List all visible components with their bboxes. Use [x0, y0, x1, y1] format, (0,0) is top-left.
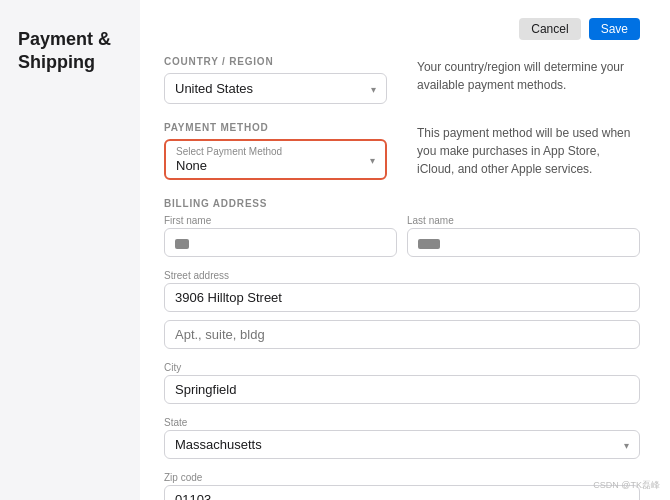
sidebar: Payment & Shipping [0, 0, 140, 500]
main-content: Cancel Save COUNTRY / REGION United Stat… [140, 0, 670, 500]
country-region-form: COUNTRY / REGION United States ▾ [164, 56, 387, 104]
country-region-info: Your country/region will determine your … [417, 56, 640, 104]
first-name-group: First name [164, 215, 397, 257]
payment-method-info-text: This payment method will be used when yo… [417, 124, 640, 178]
first-name-label: First name [164, 215, 397, 226]
page-title: Payment & Shipping [18, 28, 122, 75]
top-bar: Cancel Save [164, 18, 640, 40]
chevron-down-icon: ▾ [370, 154, 375, 165]
redacted-last-name [418, 239, 440, 249]
country-region-value: United States [175, 81, 253, 96]
payment-method-row: PAYMENT METHOD Select Payment Method Non… [164, 122, 640, 180]
first-name-input[interactable] [164, 228, 397, 257]
chevron-down-icon: ▾ [371, 83, 376, 94]
apt-group [164, 320, 640, 349]
street-address-input[interactable] [164, 283, 640, 312]
zip-input[interactable] [164, 485, 640, 500]
apt-input[interactable] [164, 320, 640, 349]
street-address-group: Street address [164, 265, 640, 312]
payment-method-label: PAYMENT METHOD [164, 122, 387, 133]
city-label: City [164, 362, 181, 373]
city-group: City [164, 357, 640, 404]
state-group: State Massachusetts ▾ [164, 412, 640, 459]
payment-method-form: PAYMENT METHOD Select Payment Method Non… [164, 122, 387, 180]
name-row: First name Last name [164, 215, 640, 257]
zip-label: Zip code [164, 472, 202, 483]
cancel-button[interactable]: Cancel [519, 18, 580, 40]
save-button[interactable]: Save [589, 18, 640, 40]
zip-group: Zip code [164, 467, 640, 500]
chevron-down-icon: ▾ [624, 439, 629, 450]
billing-address-label: BILLING ADDRESS [164, 198, 640, 209]
watermark: CSDN @TK磊峰 [593, 479, 660, 492]
payment-sub-label: Select Payment Method [176, 146, 357, 157]
country-region-info-text: Your country/region will determine your … [417, 58, 640, 94]
last-name-label: Last name [407, 215, 640, 226]
last-name-input[interactable] [407, 228, 640, 257]
country-region-label: COUNTRY / REGION [164, 56, 387, 67]
state-select[interactable]: Massachusetts ▾ [164, 430, 640, 459]
payment-method-select[interactable]: Select Payment Method None ▾ [164, 139, 387, 180]
redacted-first-name [175, 239, 189, 249]
payment-method-value: None [176, 158, 207, 173]
country-region-select[interactable]: United States ▾ [164, 73, 387, 104]
state-label: State [164, 417, 187, 428]
state-value: Massachusetts [175, 437, 262, 452]
street-address-label: Street address [164, 270, 229, 281]
billing-address-section: BILLING ADDRESS First name Last name Str… [164, 198, 640, 500]
payment-method-info: This payment method will be used when yo… [417, 122, 640, 180]
last-name-group: Last name [407, 215, 640, 257]
country-region-row: COUNTRY / REGION United States ▾ Your co… [164, 56, 640, 104]
city-input[interactable] [164, 375, 640, 404]
